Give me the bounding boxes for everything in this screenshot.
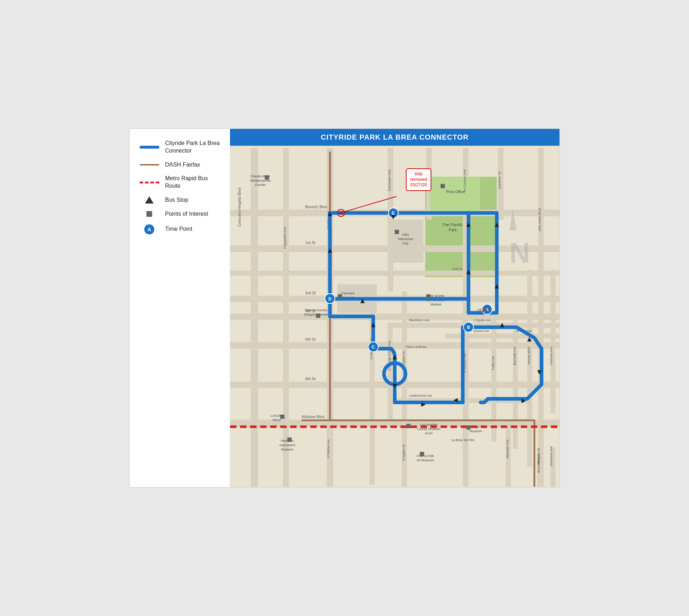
svg-rect-7	[230, 342, 559, 349]
svg-text:Automotive: Automotive	[279, 443, 295, 447]
svg-text:N Curson Ave: N Curson Ave	[463, 169, 467, 191]
svg-text:Cochran Ave: Cochran Ave	[549, 347, 553, 365]
svg-text:Burnside Ave: Burnside Ave	[537, 454, 540, 473]
square-icon	[146, 211, 152, 217]
legend-item-cityride: Cityride Park La BreaConnector	[139, 140, 221, 155]
time-point-circle-icon: A	[144, 224, 154, 234]
svg-text:Burnside Ave: Burnside Ave	[513, 346, 516, 365]
svg-text:Lindenhurst Ave: Lindenhurst Ave	[409, 394, 432, 397]
svg-rect-36	[430, 177, 480, 213]
bus-stop-symbol	[139, 196, 160, 204]
dash-line-symbol	[139, 164, 160, 165]
svg-text:Town & Country: Town & Country	[305, 308, 328, 312]
stop-removed-text2: removed	[410, 177, 427, 182]
map-title: CITYRIDE PARK LA BREA CONNECTOR	[230, 129, 559, 146]
stop-removed-callout: stop removed 03/27/20	[406, 168, 431, 191]
svg-text:Dunsmuir Ave: Dunsmuir Ave	[549, 446, 553, 466]
svg-text:CBS: CBS	[402, 233, 409, 237]
legend-bus-stop-label: Bus Stop	[165, 196, 188, 204]
legend-cityride-label: Cityride Park La BreaConnector	[165, 140, 220, 155]
svg-text:Television: Television	[398, 237, 413, 241]
svg-rect-28	[513, 320, 518, 449]
svg-rect-139	[316, 314, 320, 318]
triangle-icon	[145, 196, 154, 204]
red-dash-icon	[140, 182, 159, 183]
svg-text:D: D	[328, 297, 332, 302]
svg-text:S Fairfax Ave: S Fairfax Ave	[327, 439, 330, 458]
svg-text:N: N	[509, 237, 530, 269]
svg-text:Alta Vista Blvd: Alta Vista Blvd	[538, 208, 542, 231]
svg-rect-6	[230, 314, 559, 320]
svg-rect-21	[538, 148, 544, 487]
legend-item-dash: DASH Fairfax	[139, 161, 221, 169]
svg-rect-140	[426, 294, 431, 299]
svg-text:West: West	[272, 418, 281, 422]
svg-text:Craft & Folk: Craft & Folk	[417, 454, 434, 458]
legend-item-poi: Points of Interest	[139, 210, 221, 218]
map-svg: Crescent Heights Blvd Hayworth Ave Genes…	[230, 148, 559, 487]
legend-item-time-point: A Time Point	[139, 224, 221, 234]
svg-rect-29	[527, 270, 532, 467]
svg-text:Hauser  Blvd: Hauser Blvd	[527, 347, 531, 365]
legend-item-bus-stop: Bus Stop	[139, 196, 221, 204]
svg-text:E: E	[392, 211, 395, 216]
svg-text:Gardner St: Gardner St	[497, 172, 501, 189]
svg-text:Post Office: Post Office	[446, 190, 465, 194]
svg-text:Blackburn Ave: Blackburn Ave	[409, 318, 430, 322]
svg-text:La Brea Tar Pits: La Brea Tar Pits	[451, 438, 474, 442]
svg-text:of Art: of Art	[425, 431, 432, 435]
svg-text:Museum: Museum	[469, 429, 482, 433]
svg-text:3rd St: 3rd St	[305, 291, 316, 295]
svg-text:Pan Pacific: Pan Pacific	[443, 223, 463, 227]
metro-line-symbol	[139, 182, 160, 183]
svg-text:B: B	[467, 325, 470, 330]
legend-item-metro: Metro Rapid Bus Route	[139, 175, 221, 190]
svg-rect-142	[280, 415, 285, 419]
svg-rect-15	[251, 148, 258, 487]
svg-text:Crescent Heights Blvd: Crescent Heights Blvd	[237, 188, 242, 227]
svg-rect-141	[482, 308, 487, 312]
legend-metro-label: Metro Rapid Bus Route	[165, 175, 221, 190]
svg-rect-27	[491, 320, 496, 442]
svg-rect-143	[406, 424, 411, 428]
svg-text:C: C	[372, 345, 375, 350]
poi-symbol	[139, 211, 160, 217]
main-container: Cityride Park La BreaConnector DASH Fair…	[129, 129, 560, 487]
svg-text:Farmers: Farmers	[342, 291, 355, 295]
svg-rect-137	[441, 184, 445, 188]
svg-rect-13	[388, 323, 467, 328]
svg-text:Park: Park	[449, 228, 457, 232]
svg-text:S Ogden Dr: S Ogden Dr	[402, 444, 406, 461]
svg-rect-136	[395, 230, 399, 234]
svg-rect-10	[230, 271, 559, 276]
svg-rect-145	[287, 438, 292, 442]
svg-text:Colgate Ave: Colgate Ave	[474, 318, 491, 322]
svg-text:1st St: 1st St	[305, 241, 315, 245]
blue-line-icon	[140, 146, 159, 149]
svg-text:5th St: 5th St	[305, 337, 316, 341]
svg-rect-146	[420, 452, 424, 456]
svg-text:Masselin Ave: Masselin Ave	[506, 439, 509, 458]
svg-text:Center: Center	[255, 183, 266, 187]
legend-dash-label: DASH Fairfax	[165, 161, 200, 169]
svg-text:Park La Brea: Park La Brea	[406, 345, 427, 349]
svg-text:6th St: 6th St	[305, 377, 316, 381]
svg-text:Beverly Blvd: Beverly Blvd	[305, 205, 327, 209]
svg-rect-135	[265, 175, 269, 179]
legend-poi-label: Points of Interest	[165, 210, 208, 218]
brown-line-icon	[140, 164, 159, 165]
svg-rect-138	[338, 294, 342, 299]
svg-text:Wilshire Blvd: Wilshire Blvd	[302, 415, 324, 419]
svg-rect-30	[550, 270, 556, 413]
svg-text:City: City	[402, 241, 408, 245]
legend-time-point-label: Time Point	[165, 225, 192, 233]
svg-text:Market: Market	[431, 302, 442, 306]
stop-removed-text3: 03/27/20	[410, 182, 427, 187]
svg-text:Hayworth Ave: Hayworth Ave	[283, 227, 287, 249]
svg-text:Museum: Museum	[281, 448, 293, 451]
svg-rect-16	[283, 148, 289, 487]
svg-rect-144	[467, 425, 471, 430]
svg-text:Fuller Ave: Fuller Ave	[491, 356, 495, 370]
cityride-line-symbol	[139, 146, 160, 149]
stop-removed-text1: stop	[414, 171, 423, 176]
